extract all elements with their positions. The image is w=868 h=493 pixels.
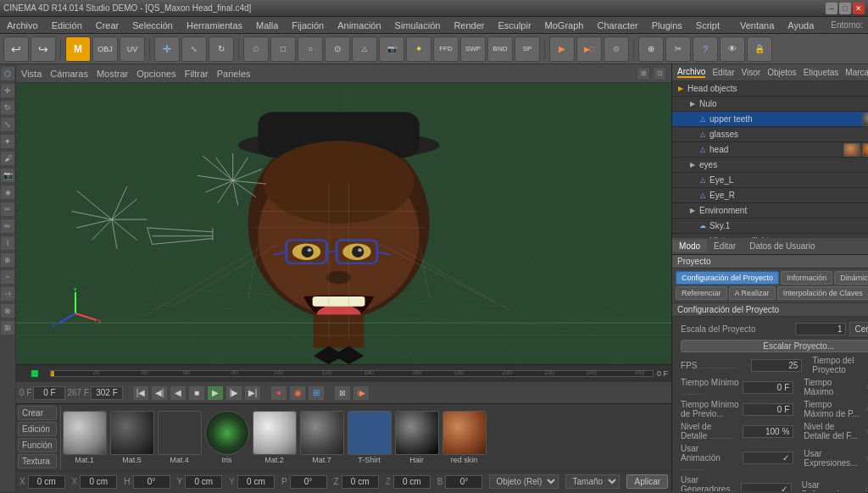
viewport-menu-opciones[interactable]: Opciones: [136, 69, 175, 79]
magnet-icon[interactable]: ⊕: [0, 252, 15, 268]
current-frame-field[interactable]: [33, 386, 65, 400]
timeline-bar[interactable]: 0 20 40 60 80 100 120 140 160 180 200 22…: [50, 370, 654, 377]
mat-texture-button[interactable]: Textura: [18, 454, 57, 468]
om-row-environment[interactable]: ▶ Environment: [672, 203, 868, 219]
attr-tmin-field[interactable]: [743, 381, 793, 394]
om-tab-etiquetas[interactable]: Etiquetas: [804, 68, 839, 77]
maximize-button[interactable]: □: [839, 3, 851, 14]
material-item-redskin[interactable]: red skin: [442, 411, 487, 464]
attr-fps-field[interactable]: [751, 359, 802, 372]
redo-button[interactable]: ↪: [31, 36, 56, 62]
attr-arealizar-btn[interactable]: A Realizar: [729, 286, 776, 300]
menu-mograph[interactable]: MoGraph: [542, 19, 587, 32]
x-field[interactable]: [28, 475, 65, 489]
h-field[interactable]: [133, 475, 170, 489]
mat-function-button[interactable]: Función: [18, 438, 57, 452]
material-item-mat2[interactable]: Mat.2: [253, 411, 297, 464]
bridge-icon[interactable]: ⌇: [0, 235, 15, 251]
material-item-mat4[interactable]: Mat.4: [158, 411, 202, 464]
object-mode-button[interactable]: OBJ: [92, 36, 118, 62]
play-button[interactable]: ▶: [207, 385, 224, 401]
menu-edicion[interactable]: Edición: [48, 19, 86, 32]
attr-referenciar-btn[interactable]: Referenciar: [676, 286, 727, 300]
next-keyframe-button[interactable]: |▶: [225, 385, 242, 401]
skip-end-button[interactable]: ▶|: [244, 385, 261, 401]
tweak-icon[interactable]: ✦: [0, 134, 15, 149]
mat-create-button[interactable]: Crear: [18, 406, 57, 420]
question-button[interactable]: ?: [693, 36, 718, 62]
sweep-button[interactable]: SWP: [460, 36, 486, 62]
timeline-ruler[interactable]: 0 20 40 60 80 100 120 140 160 180 200 22…: [16, 364, 671, 381]
play-reverse-button[interactable]: ◀: [170, 385, 186, 401]
om-row-head-objects[interactable]: ▶ Head objects: [672, 81, 868, 97]
om-row-eye-l[interactable]: △ Eye_L: [672, 173, 868, 188]
om-row-sky[interactable]: ☁ Sky.1: [672, 219, 868, 234]
menu-character[interactable]: Character: [593, 19, 641, 32]
rotate-icon[interactable]: ↻: [0, 100, 15, 115]
attr-config-proyecto-btn[interactable]: Configuración del Proyecto: [676, 271, 779, 285]
menu-esculpir[interactable]: Esculpir: [494, 19, 534, 32]
prev-keyframe-button[interactable]: ◀|: [151, 385, 168, 401]
attr-tab-editar[interactable]: Editar: [707, 240, 743, 252]
poly-pen-icon[interactable]: ✏: [0, 219, 15, 234]
motion-clip-button[interactable]: ⊞: [308, 385, 325, 401]
attr-dinamicas-btn[interactable]: Dinámicas: [834, 271, 868, 285]
attr-escala-field[interactable]: [795, 323, 846, 335]
menu-seleccion[interactable]: Selección: [129, 19, 176, 32]
om-tab-objetos[interactable]: Objetos: [767, 68, 796, 77]
smooth-icon[interactable]: ~: [0, 269, 15, 285]
3d-viewport[interactable]: Perspectiva: [16, 83, 671, 364]
menu-ayuda[interactable]: Ayuda: [784, 19, 817, 32]
spline-button[interactable]: SP: [515, 36, 540, 62]
bend-button[interactable]: BND: [487, 36, 513, 62]
attr-escala-unit-select[interactable]: Centímetros Metros: [849, 322, 868, 336]
om-tab-visor[interactable]: Visor: [742, 68, 761, 77]
om-tab-archivo[interactable]: Archivo: [677, 67, 705, 78]
texture-mode-button[interactable]: UV: [120, 36, 145, 62]
menu-script[interactable]: Script: [693, 19, 723, 32]
z-field[interactable]: [342, 475, 379, 489]
knife-icon[interactable]: ✂: [0, 202, 15, 217]
camera-icon[interactable]: 📷: [0, 168, 15, 183]
menu-crear[interactable]: Crear: [92, 19, 123, 32]
om-row-head[interactable]: △ head: [672, 142, 868, 158]
menu-malla[interactable]: Malla: [253, 19, 281, 32]
attr-interpolacion-btn[interactable]: Interpolación de Claves: [777, 286, 868, 300]
timeline-track[interactable]: 0 20 40 60 80 100 120 140 160 180 200 22…: [50, 365, 668, 381]
move-icon[interactable]: ✛: [0, 83, 15, 98]
move-tool[interactable]: ✛: [154, 36, 180, 62]
model-mode-button[interactable]: M: [65, 36, 91, 62]
weld-icon[interactable]: ⊗: [0, 303, 15, 319]
b-field[interactable]: [445, 475, 482, 489]
om-row-upper-teeth[interactable]: △ upper teeth: [672, 112, 868, 127]
render-settings[interactable]: ⚙: [604, 36, 629, 62]
menu-fijacion[interactable]: Fijación: [288, 19, 327, 32]
viewport-menu-camaras[interactable]: Cámaras: [50, 69, 88, 79]
magnet-tool[interactable]: ⊕: [638, 36, 664, 62]
stop-button[interactable]: ■: [188, 385, 205, 401]
undo-button[interactable]: ↩: [3, 36, 29, 62]
paint-icon[interactable]: 🖌: [0, 151, 15, 166]
y2-field[interactable]: [237, 475, 275, 489]
snap-icon[interactable]: ⊞: [0, 320, 15, 335]
z2-field[interactable]: [393, 475, 431, 489]
om-row-eye-r[interactable]: △ Eye_R: [672, 188, 868, 203]
material-item-mat1[interactable]: Mat.1: [63, 411, 107, 464]
attr-escalar-btn[interactable]: Escalar Proyecto...: [681, 340, 868, 352]
scale-tool[interactable]: ⤡: [181, 36, 207, 62]
menu-simulacion[interactable]: Simulación: [392, 19, 444, 32]
material-item-hair[interactable]: Hair: [395, 411, 439, 464]
size-mode-selector[interactable]: Tamaño Escala: [565, 474, 620, 489]
menu-animacion[interactable]: Animación: [334, 19, 384, 32]
record-button[interactable]: ●: [270, 385, 287, 401]
viewport-icon-2[interactable]: ⊡: [653, 67, 666, 80]
material-item-iris[interactable]: Iris: [205, 411, 249, 464]
skip-start-button[interactable]: |◀: [132, 385, 149, 401]
render-to-picture-viewer[interactable]: ▶□: [576, 36, 602, 62]
render-region-button[interactable]: ⊠: [334, 385, 351, 401]
irender-button[interactable]: i▶: [353, 385, 370, 401]
space-selector[interactable]: Objeto (Rel) Mundo Local: [489, 474, 559, 489]
om-row-nulo[interactable]: ▶ Nulo: [672, 97, 868, 112]
cone-button[interactable]: △: [352, 36, 377, 62]
x2-field[interactable]: [80, 475, 117, 489]
